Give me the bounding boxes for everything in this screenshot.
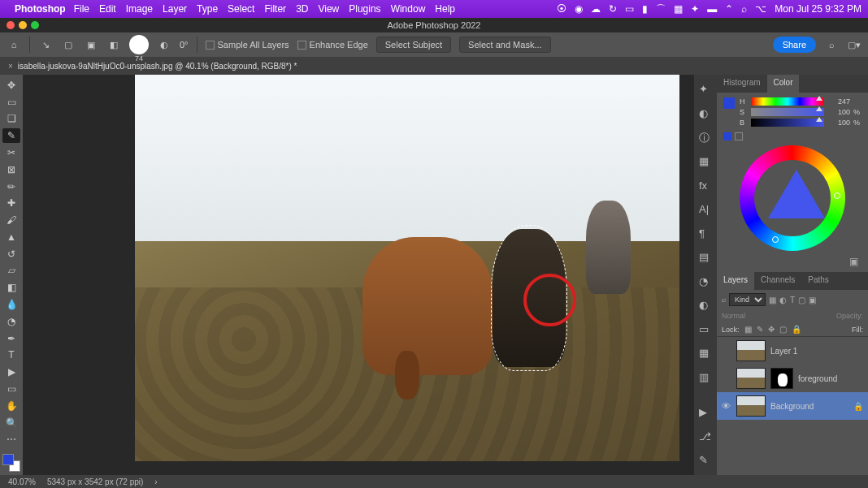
history-icon[interactable]: ◔ [699,275,712,288]
control-center-icon[interactable]: ⌥ [755,3,766,15]
app-name[interactable]: Photoshop [15,3,66,15]
sync-icon[interactable]: ↻ [609,3,617,15]
document-canvas[interactable] [135,75,679,461]
rainbow-icon[interactable]: ⌒ [656,2,666,16]
modifier-icon[interactable]: ⎇ [699,430,712,443]
subtract-selection-icon[interactable]: ◧ [106,37,121,52]
color-panel-expand-icon[interactable]: ▣ [849,256,858,267]
camera-icon[interactable]: ◉ [575,3,583,15]
filter-search-icon[interactable]: ⌕ [722,296,726,304]
foreground-background-color[interactable] [2,454,20,472]
visibility-toggle[interactable]: 👁 [722,401,731,411]
brush-tool[interactable]: 🖌 [2,213,20,227]
move-tool[interactable]: ✥ [2,78,20,93]
brushes-icon[interactable]: fx [699,179,712,192]
layer-row-layer1[interactable]: Layer 1 [717,337,868,365]
canvas-area[interactable] [23,75,694,475]
workspace-switcher-icon[interactable]: ▢▾ [847,37,861,52]
layer-thumbnail[interactable] [736,368,766,389]
paths-tab[interactable]: Paths [801,272,835,290]
document-tab[interactable]: isabella-juskova-9aNltHjuOc0-unsplash.jp… [18,62,297,71]
close-window-button[interactable] [7,21,15,29]
battery-icon[interactable]: ▬ [707,3,717,15]
type-tool[interactable]: T [2,348,20,363]
brush-preview[interactable] [129,35,149,54]
menu-help[interactable]: Help [435,3,455,15]
select-and-mask-button[interactable]: Select and Mask... [459,37,551,53]
lock-position-icon[interactable]: ✥ [768,325,775,334]
share-button[interactable]: Share [773,37,816,53]
bookmark-icon[interactable]: ▮ [642,3,648,15]
dodge-tool[interactable]: ◔ [2,314,20,329]
document-dimensions[interactable]: 5343 px x 3542 px (72 ppi) [47,477,143,486]
layers-tab[interactable]: Layers [717,272,754,290]
display-icon[interactable]: ▭ [625,3,634,15]
histogram-tab[interactable]: Histogram [717,75,767,93]
brightness-slider[interactable] [751,119,824,127]
saturation-slider[interactable] [751,108,824,116]
quick-selection-tool[interactable]: ✎ [2,128,20,143]
blend-mode-dropdown[interactable]: Normal [722,312,745,320]
saturation-value[interactable]: 100 [827,108,850,116]
zoom-tool[interactable]: 🔍 [2,416,20,430]
menu-image[interactable]: Image [126,3,153,15]
channels-dock-icon[interactable]: ▦ [699,347,712,360]
gradient-tool[interactable]: ◧ [2,280,20,295]
layer-name[interactable]: foreground [798,374,837,383]
status-more-icon[interactable]: › [154,477,157,486]
wifi-icon[interactable]: ⌃ [725,3,733,15]
layer-mask-thumbnail[interactable] [770,368,793,389]
select-subject-button[interactable]: Select Subject [376,37,451,53]
filter-adjust-icon[interactable]: ◐ [779,296,787,304]
edit-toolbar[interactable]: ⋯ [2,432,20,447]
swatches-icon[interactable]: ▦ [699,155,712,168]
menu-type[interactable]: Type [197,3,218,15]
layer-row-background[interactable]: 👁 Background 🔒 [717,392,868,420]
menu-view[interactable]: View [318,3,339,15]
hand-tool[interactable]: ✋ [2,399,20,413]
info-icon[interactable]: ⓘ [699,131,712,144]
menu-plugins[interactable]: Plugins [349,3,380,15]
lasso-tool[interactable]: ❑ [2,112,20,127]
layer-filter-kind[interactable]: Kind [729,293,766,306]
adjustments-icon[interactable]: ◐ [699,107,712,120]
home-icon[interactable]: ⌂ [7,37,21,52]
layer-thumbnail[interactable] [736,340,766,361]
brush-settings-icon[interactable]: ✎ [699,454,712,467]
filter-pixel-icon[interactable]: ▦ [769,296,776,304]
menu-select[interactable]: Select [228,3,254,15]
timeline-play-icon[interactable]: ▶ [699,406,712,419]
libraries-icon[interactable]: ✦ [699,83,712,96]
search-photoshop-icon[interactable]: ⌕ [824,37,839,52]
clone-stamp-tool[interactable]: ▲ [2,230,20,244]
menu-3d[interactable]: 3D [296,3,308,15]
hue-slider[interactable] [751,97,824,106]
pen-tool[interactable]: ✒ [2,331,20,346]
eyedropper-tool[interactable]: ✏ [2,179,20,194]
record-icon[interactable]: ⦿ [557,3,566,15]
zoom-percentage[interactable]: 40.07% [8,477,36,486]
search-icon[interactable]: ⌕ [741,3,747,15]
menu-file[interactable]: File [74,3,89,15]
add-selection-icon[interactable]: ▣ [84,37,98,52]
lock-artboard-icon[interactable]: ▢ [779,325,787,334]
sample-all-layers-checkbox[interactable]: Sample All Layers [206,40,289,50]
menu-window[interactable]: Window [391,3,426,15]
mini-swatch-b[interactable] [735,132,743,140]
layer-thumbnail[interactable] [736,395,766,417]
actions-icon[interactable]: ▭ [699,323,712,336]
lock-all-icon[interactable]: 🔒 [792,325,801,334]
layer-name[interactable]: Background [770,402,814,411]
filter-type-icon[interactable]: T [790,296,795,304]
color-wheel[interactable] [740,145,845,251]
color-tab[interactable]: Color [767,75,800,93]
grid-icon[interactable]: ▦ [674,3,683,15]
menu-filter[interactable]: Filter [264,3,286,15]
layer-name[interactable]: Layer 1 [770,347,797,356]
history-brush-tool[interactable]: ↺ [2,247,20,261]
styles-icon[interactable]: ▤ [699,251,712,264]
brightness-value[interactable]: 100 [827,119,850,127]
cloud-icon[interactable]: ☁ [591,3,601,15]
character-icon[interactable]: A| [699,203,712,216]
spotlight-icon[interactable]: ✦ [691,3,699,15]
